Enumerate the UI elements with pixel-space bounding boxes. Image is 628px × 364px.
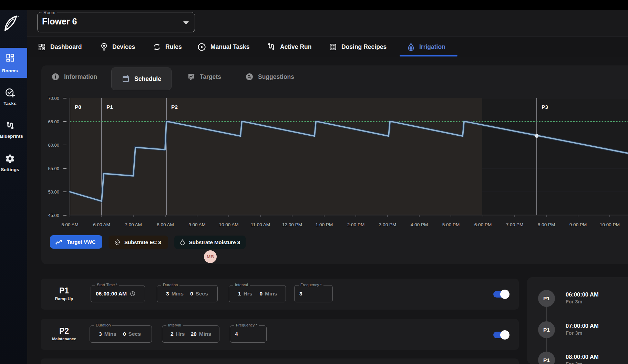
svg-text:11:00 AM: 11:00 AM bbox=[251, 222, 270, 227]
svg-text:8:00 AM: 8:00 AM bbox=[157, 222, 174, 227]
svg-text:8:00 PM: 8:00 PM bbox=[538, 222, 555, 227]
svg-text:9:00 PM: 9:00 PM bbox=[569, 222, 587, 227]
svg-text:7:00 PM: 7:00 PM bbox=[506, 222, 523, 227]
svg-text:6:00 AM: 6:00 AM bbox=[93, 222, 110, 227]
svg-text:65.00: 65.00 bbox=[48, 119, 59, 124]
svg-text:P2: P2 bbox=[171, 104, 178, 110]
svg-text:7:00 AM: 7:00 AM bbox=[125, 222, 142, 227]
svg-text:10:00 AM: 10:00 AM bbox=[219, 222, 238, 227]
svg-text:P0: P0 bbox=[75, 104, 81, 110]
svg-text:45.00: 45.00 bbox=[48, 213, 59, 218]
svg-text:5:00 AM: 5:00 AM bbox=[61, 222, 79, 227]
svg-text:6:00 PM: 6:00 PM bbox=[474, 222, 492, 227]
svg-text:5:00 PM: 5:00 PM bbox=[442, 222, 460, 227]
svg-text:P3: P3 bbox=[542, 104, 548, 110]
svg-text:3:00 PM: 3:00 PM bbox=[379, 222, 396, 227]
svg-text:12:00 PM: 12:00 PM bbox=[282, 222, 302, 227]
svg-text:10:00 PM: 10:00 PM bbox=[600, 222, 620, 227]
svg-text:1:00 PM: 1:00 PM bbox=[316, 222, 333, 227]
svg-text:9:00 AM: 9:00 AM bbox=[188, 222, 206, 227]
svg-text:60.00: 60.00 bbox=[48, 143, 59, 148]
svg-text:4:00 PM: 4:00 PM bbox=[411, 222, 428, 227]
svg-text:70.00: 70.00 bbox=[48, 96, 59, 101]
svg-text:50.00: 50.00 bbox=[48, 189, 59, 195]
svg-text:55.00: 55.00 bbox=[48, 166, 59, 171]
svg-text:P1: P1 bbox=[106, 104, 113, 110]
svg-text:2:00 PM: 2:00 PM bbox=[347, 222, 364, 227]
